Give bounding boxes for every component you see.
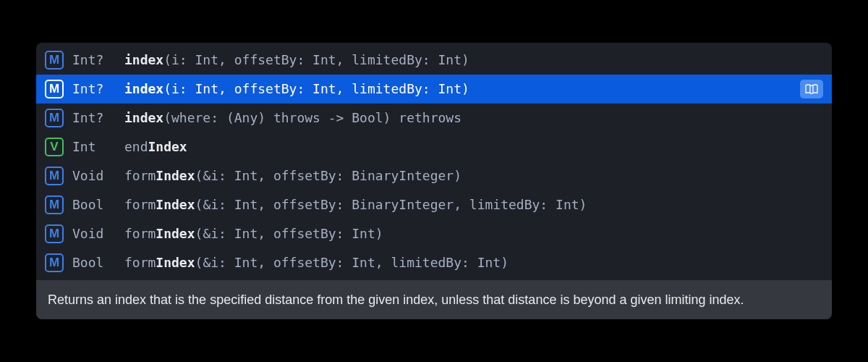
signature: formIndex(&i: Int, offsetBy: BinaryInteg… <box>124 197 587 212</box>
method-icon: M <box>45 80 64 98</box>
signature: index(i: Int, offsetBy: Int, limitedBy: … <box>124 81 469 96</box>
return-type: Bool <box>72 197 124 212</box>
signature: endIndex <box>124 139 187 154</box>
suggestion-row[interactable]: MInt?index(i: Int, offsetBy: Int, limite… <box>36 46 832 75</box>
suggestion-row[interactable]: MBoolformIndex(&i: Int, offsetBy: Int, l… <box>36 248 832 277</box>
signature: index(i: Int, offsetBy: Int, limitedBy: … <box>124 52 469 67</box>
suggestion-row[interactable]: MVoidformIndex(&i: Int, offsetBy: Int) <box>36 219 832 248</box>
return-type: Void <box>72 226 124 241</box>
autocomplete-popup: MInt?index(i: Int, offsetBy: Int, limite… <box>36 43 832 319</box>
suggestion-row[interactable]: VIntendIndex <box>36 132 832 161</box>
suggestion-row[interactable]: MInt?index(i: Int, offsetBy: Int, limite… <box>36 75 832 104</box>
suggestion-row[interactable]: MBoolformIndex(&i: Int, offsetBy: Binary… <box>36 190 832 219</box>
return-type: Bool <box>72 255 124 270</box>
documentation-icon[interactable] <box>800 80 823 98</box>
suggestion-list: MInt?index(i: Int, offsetBy: Int, limite… <box>36 43 832 280</box>
method-icon: M <box>45 195 64 214</box>
suggestion-row[interactable]: MInt?index(where: (Any) throws -> Bool) … <box>36 104 832 132</box>
return-type: Void <box>72 168 124 183</box>
method-icon: M <box>45 224 64 243</box>
return-type: Int? <box>72 110 124 125</box>
summary-panel: Returns an index that is the specified d… <box>36 280 832 319</box>
signature: index(where: (Any) throws -> Bool) rethr… <box>124 110 461 125</box>
method-icon: M <box>45 109 64 127</box>
return-type: Int <box>72 139 124 154</box>
method-icon: M <box>45 167 64 185</box>
signature: formIndex(&i: Int, offsetBy: BinaryInteg… <box>124 168 461 183</box>
method-icon: M <box>45 253 64 272</box>
method-icon: M <box>45 51 64 70</box>
return-type: Int? <box>72 81 124 96</box>
signature: formIndex(&i: Int, offsetBy: Int, limite… <box>124 255 509 270</box>
suggestion-row[interactable]: MVoidformIndex(&i: Int, offsetBy: Binary… <box>36 161 832 190</box>
variable-icon: V <box>45 138 64 156</box>
return-type: Int? <box>72 52 124 67</box>
signature: formIndex(&i: Int, offsetBy: Int) <box>124 226 383 241</box>
